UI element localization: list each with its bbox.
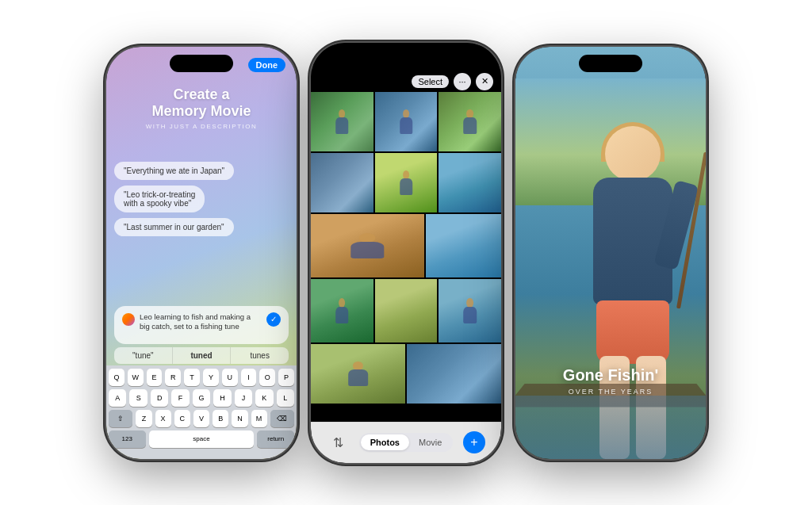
key-o[interactable]: O	[259, 369, 275, 386]
close-button[interactable]: ✕	[476, 73, 493, 90]
photo-13[interactable]	[407, 344, 501, 404]
more-options-button[interactable]: ···	[454, 73, 471, 90]
status-icons: ▋▋▋ ▲ ▮	[456, 54, 488, 62]
key-e[interactable]: E	[147, 369, 163, 386]
input-text-content: Leo learning to fish and making a big ca…	[140, 312, 262, 332]
key-b[interactable]: B	[213, 410, 228, 427]
boy-head	[605, 126, 661, 182]
key-shift[interactable]: ⇧	[109, 410, 132, 427]
dynamic-island-2	[374, 51, 438, 68]
photo-1[interactable]	[311, 92, 373, 151]
grid-row-2	[311, 153, 501, 212]
key-d[interactable]: D	[151, 389, 168, 407]
bottom-bar: ⇅ Photos Movie +	[311, 422, 501, 463]
header-actions: Select ··· ✕	[412, 73, 493, 90]
text-input-box[interactable]: Leo learning to fish and making a big ca…	[114, 306, 289, 344]
phones-container: Done Create aMemory Movie WITH JUST A DE…	[0, 0, 812, 505]
kb-row-2: A S D F G H J K L	[109, 389, 294, 407]
key-k[interactable]: K	[255, 389, 273, 407]
select-button[interactable]: Select	[412, 75, 449, 88]
photo-8[interactable]	[426, 214, 501, 277]
key-return[interactable]: return	[257, 430, 294, 448]
grid-row-4	[311, 279, 501, 342]
photo-grid	[311, 92, 501, 422]
key-v[interactable]: V	[193, 410, 209, 427]
key-x[interactable]: X	[155, 410, 171, 427]
photo-11[interactable]	[439, 279, 501, 342]
battery-icon: ▮	[485, 54, 488, 62]
keyboard: Q W E R T Y U I O P A S D	[106, 365, 297, 459]
suggestion-item-3[interactable]: "Last summer in our garden"	[114, 218, 234, 236]
photo-4[interactable]	[311, 153, 373, 212]
autocomplete-bar: "tune" tuned tunes	[114, 347, 289, 364]
key-l[interactable]: L	[277, 389, 294, 407]
key-z[interactable]: Z	[136, 410, 151, 427]
phone1-background: Done Create aMemory Movie WITH JUST A DE…	[106, 47, 297, 459]
key-space[interactable]: space	[149, 430, 255, 448]
key-c[interactable]: C	[174, 410, 190, 427]
kb-row-4: 123 space return	[109, 430, 294, 448]
key-j[interactable]: J	[235, 389, 252, 407]
phone3-background: Gone Fishin' OVER THE YEARS	[515, 47, 706, 459]
signal-icon: ▋▋▋	[456, 54, 473, 62]
photo-2[interactable]	[375, 92, 438, 151]
key-a[interactable]: A	[109, 389, 126, 407]
photo-caption: Gone Fishin' OVER THE YEARS	[515, 366, 706, 396]
dynamic-island-1	[170, 55, 233, 72]
tab-movie[interactable]: Movie	[409, 434, 451, 450]
photo-12[interactable]	[311, 344, 405, 404]
key-s[interactable]: S	[129, 389, 147, 407]
key-t[interactable]: T	[184, 369, 200, 386]
autocomplete-tuned[interactable]: tuned	[173, 347, 232, 364]
suggestion-item-2[interactable]: "Leo trick-or-treatingwith a spooky vibe…	[114, 186, 205, 212]
suggestion-item-1[interactable]: "Everything we ate in Japan"	[114, 162, 234, 180]
key-f[interactable]: F	[171, 389, 189, 407]
album-title: Gone Fishin'	[319, 75, 390, 88]
key-q[interactable]: Q	[109, 369, 124, 386]
photo-3[interactable]	[439, 92, 501, 151]
wifi-icon: ▲	[475, 54, 482, 62]
grid-row-5	[311, 344, 501, 404]
photo-5[interactable]	[375, 153, 438, 212]
phone2-background: 9:41 ▋▋▋ ▲ ▮ Gone Fishin' Select ··· ✕	[311, 43, 501, 463]
key-h[interactable]: H	[213, 389, 231, 407]
phone1-title-area: Create aMemory Movie WITH JUST A DESCRIP…	[106, 86, 297, 130]
ai-icon	[122, 313, 135, 326]
input-area: Leo learning to fish and making a big ca…	[114, 306, 289, 364]
key-i[interactable]: I	[241, 369, 257, 386]
phone1-subheading: WITH JUST A DESCRIPTION	[106, 123, 297, 130]
photo-7[interactable]	[311, 214, 424, 277]
phone-2-screen: 9:41 ▋▋▋ ▲ ▮ Gone Fishin' Select ··· ✕	[311, 43, 501, 463]
key-delete[interactable]: ⌫	[270, 410, 294, 427]
photo-9[interactable]	[311, 279, 373, 342]
done-button[interactable]: Done	[248, 58, 286, 72]
key-num[interactable]: 123	[109, 430, 146, 448]
autocomplete-tune[interactable]: "tune"	[114, 347, 173, 364]
key-w[interactable]: W	[128, 369, 144, 386]
key-p[interactable]: P	[278, 369, 294, 386]
phone-1-screen: Done Create aMemory Movie WITH JUST A DE…	[106, 47, 297, 459]
phone-3: Gone Fishin' OVER THE YEARS	[515, 47, 706, 459]
caption-title: Gone Fishin'	[515, 366, 706, 384]
phone1-heading: Create aMemory Movie	[106, 86, 297, 121]
phone-1: Done Create aMemory Movie WITH JUST A DE…	[106, 47, 297, 459]
key-r[interactable]: R	[165, 369, 181, 386]
sort-icon[interactable]: ⇅	[327, 431, 349, 453]
key-m[interactable]: M	[251, 410, 267, 427]
key-n[interactable]: N	[232, 410, 247, 427]
photo-10[interactable]	[375, 279, 438, 342]
key-y[interactable]: Y	[203, 369, 219, 386]
key-u[interactable]: U	[222, 369, 238, 386]
suggestions-list: "Everything we ate in Japan" "Leo trick-…	[114, 162, 289, 236]
photos-header: Gone Fishin' Select ··· ✕	[311, 73, 501, 90]
boy-shorts	[596, 300, 669, 364]
grid-row-1	[311, 92, 501, 151]
autocomplete-tunes[interactable]: tunes	[231, 347, 289, 364]
key-g[interactable]: G	[193, 389, 210, 407]
submit-check-button[interactable]: ✓	[266, 312, 281, 327]
photo-6[interactable]	[439, 153, 501, 212]
add-button[interactable]: +	[463, 431, 485, 453]
phone-2: 9:41 ▋▋▋ ▲ ▮ Gone Fishin' Select ··· ✕	[311, 43, 501, 463]
kb-row-1: Q W E R T Y U I O P	[109, 369, 294, 386]
tab-photos[interactable]: Photos	[361, 434, 409, 450]
